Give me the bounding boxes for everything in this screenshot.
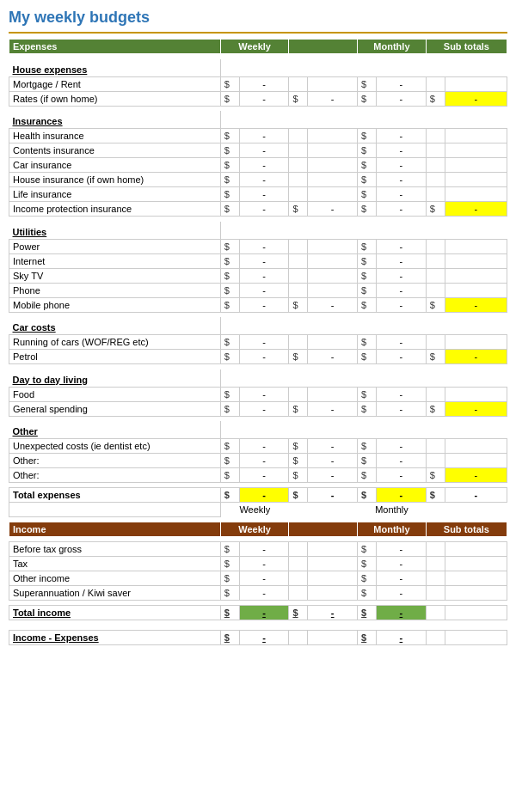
header-monthly-mid — [289, 40, 358, 54]
section-label-car-costs: Car costs — [9, 317, 221, 335]
label-tax: Tax — [9, 556, 221, 571]
label-contents-insurance: Contents insurance — [9, 143, 221, 158]
monthly-label: Monthly — [358, 503, 427, 517]
label-other-income: Other income — [9, 571, 221, 585]
section-label-utilities: Utilities — [9, 222, 221, 240]
section-house-expenses: House expenses — [9, 59, 507, 77]
label-before-tax-gross: Before tax gross — [9, 541, 221, 556]
section-label-house: House expenses — [9, 59, 221, 77]
label-rates: Rates (if own home) — [9, 91, 221, 106]
label-general-spending: General spending — [9, 401, 221, 416]
label-total-expenses: Total expenses — [9, 488, 221, 503]
row-internet: Internet $ - $ - — [9, 253, 507, 268]
label-other-2: Other: — [9, 468, 221, 483]
label-mortgage: Mortgage / Rent — [9, 76, 221, 91]
label-life-insurance: Life insurance — [9, 187, 221, 202]
row-life-insurance: Life insurance $ - $ - — [9, 187, 507, 202]
row-petrol: Petrol $ - $ - $ - $ - — [9, 350, 507, 364]
header-income-weekly: Weekly — [220, 522, 289, 536]
row-running-cars: Running of cars (WOF/REG etc) $ - $ - — [9, 335, 507, 350]
section-label-day-to-day: Day to day living — [9, 369, 221, 388]
row-rates: Rates (if own home) $ - $ - $ - $ - — [9, 91, 507, 106]
section-other: Other — [9, 421, 507, 439]
label-unexpected-costs: Unexpected costs (ie dentist etc) — [9, 439, 221, 454]
header-monthly: Monthly — [358, 40, 427, 54]
label-internet: Internet — [9, 253, 221, 268]
row-power: Power $ - $ - — [9, 239, 507, 253]
section-insurances: Insurances — [9, 111, 507, 129]
section-label-other: Other — [9, 421, 221, 439]
section-car-costs: Car costs — [9, 317, 507, 335]
label-other-1: Other: — [9, 454, 221, 468]
row-before-tax-gross: Before tax gross $ - $ - — [9, 541, 507, 556]
expenses-header: Expenses Weekly Monthly Sub totals — [9, 40, 507, 54]
row-contents-insurance: Contents insurance $ - $ - — [9, 143, 507, 158]
weekly-monthly-labels-row: Weekly Monthly — [9, 503, 507, 517]
row-superannuation: Superannuation / Kiwi saver $ - $ - — [9, 585, 507, 600]
row-other-income: Other income $ - $ - — [9, 571, 507, 585]
header-weekly: Weekly — [220, 40, 289, 54]
row-mobile-phone: Mobile phone $ - $ - $ - $ - — [9, 297, 507, 312]
label-income-protection: Income protection insurance — [9, 202, 221, 217]
row-general-spending: General spending $ - $ - $ - $ - — [9, 401, 507, 416]
label-total-income: Total income — [9, 605, 221, 620]
total-expenses-row: Total expenses $ - $ - $ - $ - — [9, 488, 507, 503]
label-phone: Phone — [9, 283, 221, 297]
label-power: Power — [9, 239, 221, 253]
header-subtotals: Sub totals — [426, 40, 507, 54]
label-petrol: Petrol — [9, 350, 221, 364]
row-health-insurance: Health insurance $ - $ - — [9, 129, 507, 143]
row-income-protection: Income protection insurance $ - $ - $ - … — [9, 202, 507, 217]
label-house-insurance: House insurance (if own home) — [9, 173, 221, 187]
row-other-2: Other: $ - $ - $ - $ - — [9, 468, 507, 483]
label-mobile-phone: Mobile phone — [9, 297, 221, 312]
row-tax: Tax $ - $ - — [9, 556, 507, 571]
section-utilities: Utilities — [9, 222, 507, 240]
page-title: My weekly budgets — [9, 9, 507, 27]
row-other-1: Other: $ - $ - $ - — [9, 454, 507, 468]
income-expenses-row: Income - Expenses $ - $ - — [9, 630, 507, 644]
section-day-to-day: Day to day living — [9, 369, 507, 388]
row-phone: Phone $ - $ - — [9, 283, 507, 297]
section-label-insurances: Insurances — [9, 111, 221, 129]
header-income-monthly: Monthly — [358, 522, 427, 536]
row-mortgage: Mortgage / Rent $ - $ - — [9, 76, 507, 91]
label-food: Food — [9, 387, 221, 401]
header-expenses: Expenses — [9, 40, 221, 54]
header-income-subtotals: Sub totals — [426, 522, 507, 536]
weekly-label: Weekly — [220, 503, 289, 517]
total-income-row: Total income $ - $ - $ - — [9, 605, 507, 620]
header-income: Income — [9, 522, 221, 536]
label-superannuation: Superannuation / Kiwi saver — [9, 585, 221, 600]
row-car-insurance: Car insurance $ - $ - — [9, 158, 507, 173]
label-running-cars: Running of cars (WOF/REG etc) — [9, 335, 221, 350]
row-sky-tv: Sky TV $ - $ - — [9, 268, 507, 283]
row-food: Food $ - $ - — [9, 387, 507, 401]
label-car-insurance: Car insurance — [9, 158, 221, 173]
header-income-mid — [289, 522, 358, 536]
label-health-insurance: Health insurance — [9, 129, 221, 143]
income-header-row: Income Weekly Monthly Sub totals — [9, 522, 507, 536]
row-house-insurance: House insurance (if own home) $ - $ - — [9, 173, 507, 187]
label-sky-tv: Sky TV — [9, 268, 221, 283]
row-unexpected-costs: Unexpected costs (ie dentist etc) $ - $ … — [9, 439, 507, 454]
label-income-expenses: Income - Expenses — [9, 630, 221, 644]
